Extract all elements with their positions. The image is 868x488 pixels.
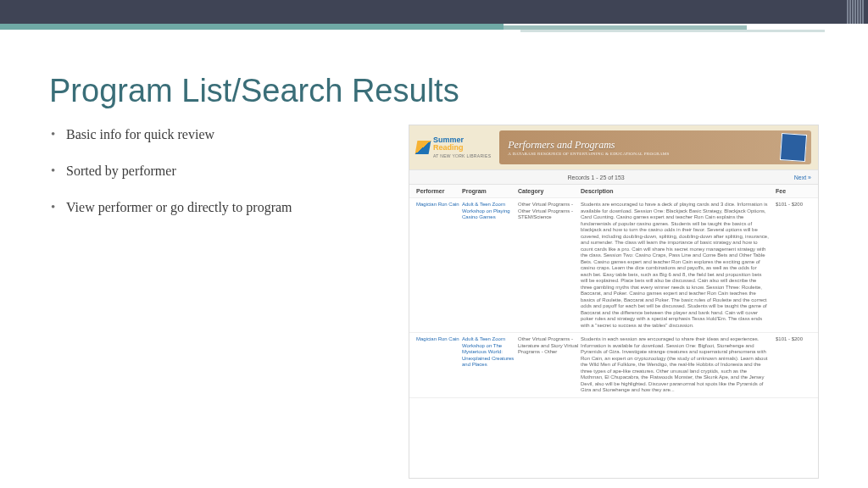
col-program[interactable]: Program: [462, 188, 518, 194]
performer-link[interactable]: Magician Ron Cain: [416, 202, 462, 329]
bullet-item: Basic info for quick review: [49, 126, 388, 144]
banner-photo-icon: [780, 133, 807, 162]
site-header: Summer Reading AT NEW YORK LIBRARIES Per…: [409, 125, 818, 169]
logo-line3: AT NEW YORK LIBRARIES: [433, 153, 491, 158]
records-bar: Records 1 - 25 of 153 Next »: [409, 169, 818, 185]
description-cell: Students are encouraged to have a deck o…: [581, 202, 776, 329]
logo[interactable]: Summer Reading AT NEW YORK LIBRARIES: [416, 136, 491, 159]
slide-accent-band: [0, 24, 868, 37]
description-cell: Students in each session are encouraged …: [581, 336, 776, 394]
col-performer[interactable]: Performer: [416, 188, 462, 194]
fee-cell: $101 - $200: [776, 336, 811, 394]
records-count: Records 1 - 25 of 153: [567, 175, 624, 180]
next-link[interactable]: Next »: [794, 175, 811, 180]
embedded-screenshot: Summer Reading AT NEW YORK LIBRARIES Per…: [409, 125, 819, 479]
banner-title: Performers and Programs: [508, 139, 669, 152]
slide-bullets: Basic info for quick review Sorted by pe…: [49, 125, 388, 479]
col-fee[interactable]: Fee: [776, 188, 811, 194]
slide-corner-stripes: [846, 0, 868, 24]
table-row: Magician Ron Cain Adult & Teen Zoom Work…: [409, 198, 818, 333]
col-description[interactable]: Description: [581, 188, 776, 194]
banner-subtitle: A DATABASE RESOURCE OF ENTERTAINING & ED…: [508, 152, 669, 156]
program-link[interactable]: Adult & Teen Zoom Workshop on The Myster…: [462, 336, 518, 394]
bullet-item: Sorted by performer: [49, 163, 388, 180]
logo-line2: Reading: [433, 143, 464, 152]
slide-title: Program List/Search Results: [49, 73, 819, 109]
page-banner: Performers and Programs A DATABASE RESOU…: [499, 130, 811, 164]
table-header: Performer Program Category Description F…: [409, 185, 818, 198]
table-row: Magician Ron Cain Adult & Teen Zoom Work…: [409, 333, 818, 398]
results-table: Performer Program Category Description F…: [409, 185, 818, 478]
slide-top-bar: [0, 0, 868, 24]
bullet-item: View performer or go directly to program: [49, 199, 388, 217]
program-link[interactable]: Adult & Teen Zoom Workshop on Playing Ca…: [462, 202, 518, 329]
category-cell: Other Virtual Programs - Literature and …: [518, 336, 581, 394]
category-cell: Other Virtual Programs - Other Virtual P…: [518, 202, 581, 329]
col-category[interactable]: Category: [518, 188, 581, 194]
fee-cell: $101 - $200: [776, 202, 811, 329]
book-icon: [415, 141, 431, 154]
performer-link[interactable]: Magician Ron Cain: [416, 336, 462, 394]
